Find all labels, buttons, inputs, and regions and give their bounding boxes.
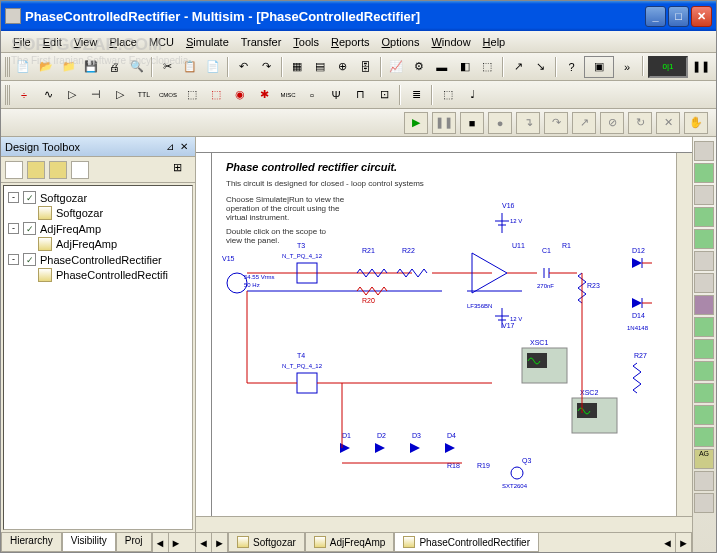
comp-button[interactable]: ◧	[454, 56, 475, 78]
sidebar-save-icon[interactable]	[49, 161, 67, 179]
tab-proj[interactable]: Proj	[116, 533, 152, 552]
logic-conv-icon[interactable]	[694, 317, 714, 337]
advanced-button[interactable]: ▫	[301, 84, 323, 106]
redo-button[interactable]: ↷	[256, 56, 277, 78]
misc-digital-button[interactable]: ⬚	[181, 84, 203, 106]
design-tree[interactable]: - ✓ Softgozar Softgozar - ✓ AdjFreqAmp A…	[3, 185, 193, 530]
undo-button[interactable]: ↶	[233, 56, 254, 78]
menu-help[interactable]: Help	[477, 34, 512, 50]
sidebar-new-icon[interactable]	[5, 161, 23, 179]
stop-button[interactable]: ■	[460, 112, 484, 134]
step-over-button[interactable]: ↷	[544, 112, 568, 134]
break-button[interactable]: ⊘	[600, 112, 624, 134]
tab-hierarchy[interactable]: Hierarchy	[1, 533, 62, 552]
tree-item-softgozar[interactable]: - ✓ Softgozar	[8, 190, 188, 205]
menu-file[interactable]: File	[7, 34, 37, 50]
tree-check-icon[interactable]: ✓	[23, 222, 36, 235]
hand-button[interactable]: ✋	[684, 112, 708, 134]
tree-child-phasecontrolled[interactable]: PhaseControlledRectifi	[8, 267, 188, 283]
postproc-button[interactable]: ⚙	[409, 56, 430, 78]
menu-place[interactable]: Place	[103, 34, 143, 50]
minimize-button[interactable]: _	[645, 6, 666, 27]
rf-button[interactable]: Ψ	[325, 84, 347, 106]
run-button[interactable]: ▶	[404, 112, 428, 134]
iv-analyzer-icon[interactable]	[694, 361, 714, 381]
open2-button[interactable]: 📁	[58, 56, 79, 78]
new-button[interactable]: 📄	[13, 56, 34, 78]
doctab-scroll-left[interactable]: ◄	[196, 533, 212, 552]
tab-visibility[interactable]: Visibility	[62, 533, 116, 552]
window-mode-button[interactable]: ▣	[584, 56, 614, 78]
database-button[interactable]: 🗄	[355, 56, 376, 78]
hier-button[interactable]: ⬚	[437, 84, 459, 106]
tree-child-adjfreqamp[interactable]: AdjFreqAmp	[8, 236, 188, 252]
copy-button[interactable]: 📋	[180, 56, 201, 78]
power-button[interactable]: ✱	[253, 84, 275, 106]
toolbar-grip-2[interactable]	[5, 85, 11, 105]
cmos-button[interactable]: CMOS	[157, 84, 179, 106]
save-button[interactable]: 💾	[81, 56, 102, 78]
cut-button[interactable]: ✂	[157, 56, 178, 78]
menu-view[interactable]: View	[68, 34, 104, 50]
spreadsheet-button[interactable]: ▤	[310, 56, 331, 78]
close-button[interactable]: ✕	[691, 6, 712, 27]
sidebar-pin-button[interactable]: ⊿	[163, 140, 177, 154]
elec-button[interactable]: ⬚	[477, 56, 498, 78]
word-gen-icon[interactable]	[694, 295, 714, 315]
ttl-button[interactable]: TTL	[133, 84, 155, 106]
diode-button[interactable]: ▷	[61, 84, 83, 106]
mixed-button[interactable]: ⬚	[205, 84, 227, 106]
maximize-button[interactable]: □	[668, 6, 689, 27]
wattmeter-icon[interactable]	[694, 185, 714, 205]
preview-button[interactable]: 🔍	[126, 56, 147, 78]
doctab-phasecontrolled[interactable]: PhaseControlledRectifier	[394, 533, 539, 552]
sidebar-close-button[interactable]: ✕	[177, 140, 191, 154]
record-button[interactable]: ●	[488, 112, 512, 134]
bode-icon[interactable]	[694, 251, 714, 271]
labview-icon[interactable]	[694, 493, 714, 513]
toolbar-grip[interactable]	[5, 57, 11, 77]
restart-button[interactable]: ↻	[628, 112, 652, 134]
tab-scroll-right[interactable]: ►	[168, 533, 184, 552]
step-into-button[interactable]: ↴	[516, 112, 540, 134]
menu-reports[interactable]: Reports	[325, 34, 376, 50]
tree-check-icon[interactable]: ✓	[23, 191, 36, 204]
tree-toggle-icon[interactable]: -	[8, 223, 19, 234]
pause-button[interactable]: ❚❚	[432, 112, 456, 134]
sidebar-open-icon[interactable]	[27, 161, 45, 179]
basic-button[interactable]: ∿	[37, 84, 59, 106]
tree-toggle-icon[interactable]: -	[8, 192, 19, 203]
doctab-softgozar[interactable]: Softgozar	[228, 533, 305, 552]
tab-scroll-left[interactable]: ◄	[152, 533, 168, 552]
pause-sim-button[interactable]: ❚❚	[690, 56, 712, 78]
transistor-button[interactable]: ⊣	[85, 84, 107, 106]
menu-window[interactable]: Window	[425, 34, 476, 50]
erc-button[interactable]: ⊕	[332, 56, 353, 78]
electro-mech-button[interactable]: ⊓	[349, 84, 371, 106]
ladder-button[interactable]: ⊡	[373, 84, 395, 106]
forward-button[interactable]: ↘	[530, 56, 551, 78]
sidebar-expand-icon[interactable]: ⊞	[173, 161, 191, 179]
bus-button[interactable]: ▬	[431, 56, 452, 78]
menu-edit[interactable]: Edit	[37, 34, 68, 50]
analog-button[interactable]: ▷	[109, 84, 131, 106]
doctab-scroll-right[interactable]: ►	[212, 533, 228, 552]
multimeter-icon[interactable]	[694, 141, 714, 161]
spectrum-icon[interactable]	[694, 405, 714, 425]
subcir-button[interactable]: ♩	[461, 84, 483, 106]
open-button[interactable]: 📂	[35, 56, 56, 78]
tree-child-softgozar[interactable]: Softgozar	[8, 205, 188, 221]
ag-func-icon[interactable]: AG	[694, 449, 714, 469]
menu-mcu[interactable]: MCU	[143, 34, 180, 50]
tree-item-adjfreqamp[interactable]: - ✓ AdjFreqAmp	[8, 221, 188, 236]
tree-check-icon[interactable]: ✓	[23, 253, 36, 266]
paste-button[interactable]: 📄	[203, 56, 224, 78]
doctab-scroll-l2[interactable]: ◄	[660, 533, 676, 552]
expand-button[interactable]: »	[616, 56, 638, 78]
menu-transfer[interactable]: Transfer	[235, 34, 288, 50]
x-button[interactable]: ✕	[656, 112, 680, 134]
4ch-scope-icon[interactable]	[694, 229, 714, 249]
func-gen-icon[interactable]	[694, 163, 714, 183]
grid-button[interactable]: ▦	[287, 56, 308, 78]
scope-icon[interactable]	[694, 207, 714, 227]
